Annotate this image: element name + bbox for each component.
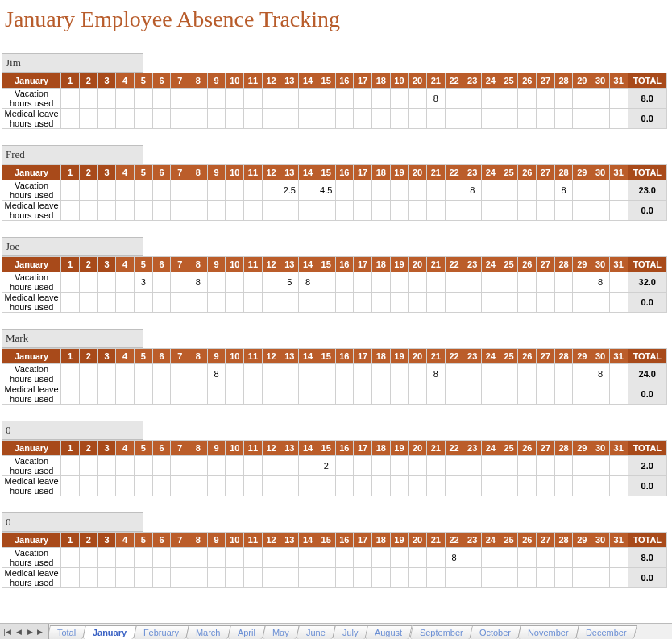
day-cell[interactable] xyxy=(317,272,335,293)
day-cell[interactable] xyxy=(390,548,409,568)
day-cell[interactable] xyxy=(500,568,518,588)
day-cell[interactable] xyxy=(554,109,573,129)
day-cell[interactable] xyxy=(262,568,280,588)
day-cell[interactable] xyxy=(171,568,189,588)
day-cell[interactable] xyxy=(390,109,409,129)
day-cell[interactable] xyxy=(226,568,244,588)
day-cell[interactable] xyxy=(500,180,518,201)
day-cell[interactable] xyxy=(335,476,354,496)
day-cell[interactable] xyxy=(189,364,208,384)
day-cell[interactable] xyxy=(152,568,171,588)
day-cell[interactable] xyxy=(463,548,482,568)
day-cell[interactable] xyxy=(61,89,80,109)
day-cell[interactable] xyxy=(152,201,171,221)
day-cell[interactable] xyxy=(482,180,500,201)
day-cell[interactable] xyxy=(354,476,372,496)
day-cell[interactable] xyxy=(79,364,97,384)
day-cell[interactable] xyxy=(482,568,500,588)
day-cell[interactable] xyxy=(426,476,445,496)
day-cell[interactable] xyxy=(244,456,263,476)
day-cell[interactable] xyxy=(299,384,317,405)
day-cell[interactable] xyxy=(244,89,263,109)
day-cell[interactable] xyxy=(609,180,628,201)
day-cell[interactable] xyxy=(554,293,573,313)
day-cell[interactable] xyxy=(463,201,482,221)
day-cell[interactable] xyxy=(61,456,80,476)
day-cell[interactable]: 8 xyxy=(426,364,445,384)
day-cell[interactable] xyxy=(609,293,628,313)
day-cell[interactable] xyxy=(152,456,171,476)
day-cell[interactable] xyxy=(463,293,482,313)
day-cell[interactable] xyxy=(500,476,518,496)
day-cell[interactable] xyxy=(609,109,628,129)
day-cell[interactable] xyxy=(152,180,171,201)
day-cell[interactable] xyxy=(445,293,463,313)
day-cell[interactable] xyxy=(317,476,335,496)
day-cell[interactable] xyxy=(500,272,518,293)
day-cell[interactable]: 8 xyxy=(207,364,226,384)
day-cell[interactable] xyxy=(262,364,280,384)
day-cell[interactable] xyxy=(262,201,280,221)
day-cell[interactable] xyxy=(390,568,409,588)
day-cell[interactable] xyxy=(171,293,189,313)
day-cell[interactable] xyxy=(116,476,135,496)
day-cell[interactable] xyxy=(591,89,610,109)
day-cell[interactable] xyxy=(97,456,116,476)
day-cell[interactable] xyxy=(152,384,171,405)
day-cell[interactable] xyxy=(354,364,372,384)
day-cell[interactable] xyxy=(591,180,610,201)
day-cell[interactable] xyxy=(299,201,317,221)
day-cell[interactable] xyxy=(299,293,317,313)
day-cell[interactable] xyxy=(609,568,628,588)
day-cell[interactable] xyxy=(97,364,116,384)
day-cell[interactable] xyxy=(482,109,500,129)
day-cell[interactable] xyxy=(61,548,80,568)
day-cell[interactable] xyxy=(207,89,226,109)
day-cell[interactable] xyxy=(445,89,463,109)
day-cell[interactable] xyxy=(299,548,317,568)
day-cell[interactable] xyxy=(280,568,299,588)
day-cell[interactable] xyxy=(409,548,427,568)
day-cell[interactable] xyxy=(371,548,390,568)
day-cell[interactable] xyxy=(500,548,518,568)
day-cell[interactable] xyxy=(537,548,555,568)
day-cell[interactable] xyxy=(262,548,280,568)
day-cell[interactable] xyxy=(500,384,518,405)
day-cell[interactable] xyxy=(554,201,573,221)
day-cell[interactable] xyxy=(426,293,445,313)
day-cell[interactable] xyxy=(518,180,537,201)
day-cell[interactable] xyxy=(226,384,244,405)
day-cell[interactable] xyxy=(409,568,427,588)
day-cell[interactable] xyxy=(171,180,189,201)
day-cell[interactable] xyxy=(262,89,280,109)
day-cell[interactable] xyxy=(152,293,171,313)
day-cell[interactable] xyxy=(152,89,171,109)
nav-first-icon[interactable]: |◀ xyxy=(2,624,13,639)
day-cell[interactable] xyxy=(482,476,500,496)
day-cell[interactable] xyxy=(390,180,409,201)
day-cell[interactable] xyxy=(171,89,189,109)
day-cell[interactable] xyxy=(317,89,335,109)
day-cell[interactable] xyxy=(134,109,152,129)
day-cell[interactable] xyxy=(445,109,463,129)
day-cell[interactable] xyxy=(262,384,280,405)
day-cell[interactable]: 2 xyxy=(317,456,335,476)
day-cell[interactable] xyxy=(171,364,189,384)
day-cell[interactable] xyxy=(79,272,97,293)
day-cell[interactable] xyxy=(573,180,591,201)
day-cell[interactable] xyxy=(573,384,591,405)
day-cell[interactable] xyxy=(244,548,263,568)
day-cell[interactable] xyxy=(537,476,555,496)
day-cell[interactable] xyxy=(390,293,409,313)
day-cell[interactable] xyxy=(500,456,518,476)
sheet-tab[interactable]: August xyxy=(364,625,413,639)
day-cell[interactable] xyxy=(463,456,482,476)
day-cell[interactable] xyxy=(426,272,445,293)
day-cell[interactable] xyxy=(116,201,135,221)
day-cell[interactable] xyxy=(79,89,97,109)
day-cell[interactable] xyxy=(591,456,610,476)
day-cell[interactable] xyxy=(116,272,135,293)
day-cell[interactable] xyxy=(554,548,573,568)
day-cell[interactable] xyxy=(500,201,518,221)
day-cell[interactable] xyxy=(207,476,226,496)
